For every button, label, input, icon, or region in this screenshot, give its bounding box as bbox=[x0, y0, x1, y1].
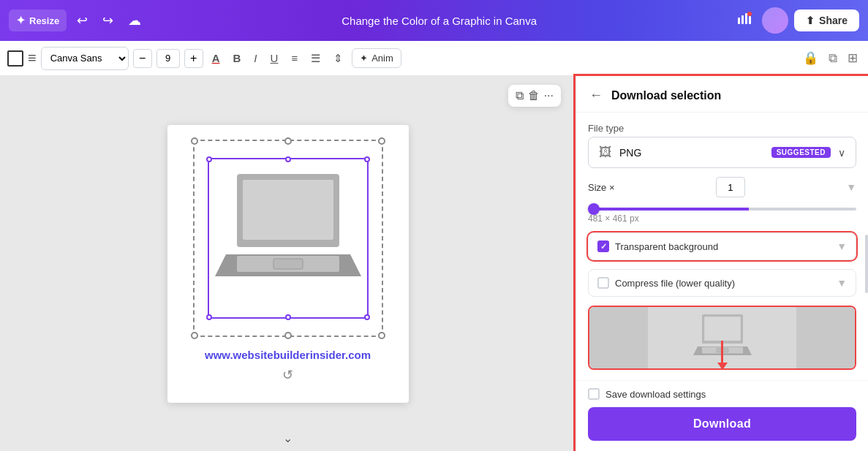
arrow-head bbox=[717, 363, 728, 370]
analytics-icon bbox=[737, 12, 752, 26]
inner-handle-bm[interactable] bbox=[285, 314, 291, 320]
resize-label: Resize bbox=[29, 15, 59, 26]
compress-file-checkbox[interactable] bbox=[597, 277, 609, 289]
menu-button[interactable]: ≡ bbox=[28, 50, 37, 67]
laptop-graphic bbox=[215, 159, 361, 306]
compress-info-icon: ▼ bbox=[837, 277, 847, 289]
red-arrow bbox=[717, 341, 728, 370]
size-section: Size × ▼ 481 × 461 px bbox=[588, 177, 856, 224]
nav-title: Change the Color of a Graphic in Canva bbox=[153, 15, 725, 27]
sparkle-icon: ✦ bbox=[360, 53, 368, 64]
arrow-line bbox=[721, 341, 723, 363]
resize-button[interactable]: ✦ Resize bbox=[9, 10, 67, 31]
preview-area bbox=[588, 306, 856, 370]
italic-button[interactable]: I bbox=[249, 49, 261, 67]
selection-handle-tl[interactable] bbox=[191, 137, 198, 145]
line-height-button[interactable]: ⇕ bbox=[329, 49, 347, 68]
inner-handle-tl[interactable] bbox=[206, 156, 212, 162]
delete-button[interactable]: 🗑 bbox=[528, 89, 540, 102]
file-format-label: PNG bbox=[619, 147, 764, 159]
share-button[interactable]: ⬆ Share bbox=[794, 10, 859, 31]
file-type-label: File type bbox=[588, 123, 856, 134]
image-icon: 🖼 bbox=[599, 145, 612, 160]
side-panel: ← Download selection File type 🖼 PNG SUG… bbox=[575, 76, 868, 451]
save-settings-checkbox[interactable] bbox=[588, 388, 600, 400]
selection-handle-tm[interactable] bbox=[284, 137, 292, 145]
file-type-dropdown[interactable]: 🖼 PNG SUGGESTED ∨ bbox=[588, 137, 856, 168]
size-slider[interactable] bbox=[588, 208, 856, 211]
chevron-down-icon: ∨ bbox=[838, 147, 845, 159]
inner-handle-tm[interactable] bbox=[285, 156, 291, 162]
panel-footer: Save download settings Download bbox=[576, 380, 868, 451]
align-button[interactable]: ≡ bbox=[287, 49, 302, 67]
compress-file-row: Compress file (lower quality) ▼ bbox=[588, 269, 856, 297]
svg-rect-2 bbox=[745, 13, 747, 24]
toolbar-right: 🔒 ⧉ ⊞ bbox=[800, 48, 861, 69]
outer-selection bbox=[193, 140, 383, 337]
add-frame-button[interactable]: ⊞ bbox=[845, 48, 861, 69]
panel-header: ← Download selection bbox=[576, 76, 868, 113]
font-family-select[interactable]: Canva Sans bbox=[41, 47, 129, 70]
selection-handle-tr[interactable] bbox=[378, 137, 385, 145]
avatar bbox=[762, 7, 788, 34]
download-button[interactable]: Download bbox=[588, 407, 856, 441]
nav-left: ✦ Resize ↩ ↪ ☁ bbox=[9, 10, 146, 31]
font-size-decrease-button[interactable]: − bbox=[133, 49, 152, 68]
inner-handle-br[interactable] bbox=[364, 314, 370, 320]
canvas-float-toolbar: ⧉ 🗑 ··· bbox=[508, 85, 561, 107]
canvas-url: www.websitebuilderinsider.com bbox=[205, 349, 371, 361]
font-size-input[interactable] bbox=[156, 49, 180, 68]
analytics-button[interactable] bbox=[733, 9, 756, 33]
transparent-bg-label: Transparent background bbox=[615, 241, 831, 252]
svg-rect-9 bbox=[273, 259, 303, 269]
svg-rect-11 bbox=[704, 317, 741, 341]
save-settings-row: Save download settings bbox=[588, 388, 856, 400]
copy-button[interactable]: ⧉ bbox=[516, 89, 524, 102]
share-icon: ⬆ bbox=[806, 15, 815, 26]
save-settings-label: Save download settings bbox=[605, 389, 706, 400]
selection-handle-br[interactable] bbox=[378, 332, 385, 339]
canvas-expand-icon[interactable]: ⌄ bbox=[283, 431, 293, 445]
anim-label: Anim bbox=[371, 53, 393, 64]
redo-button[interactable]: ↪ bbox=[98, 10, 118, 31]
font-size-increase-button[interactable]: + bbox=[184, 49, 203, 68]
panel-back-button[interactable]: ← bbox=[588, 86, 604, 105]
list-button[interactable]: ☰ bbox=[306, 49, 325, 68]
selection-handle-bm[interactable] bbox=[284, 332, 292, 339]
svg-rect-1 bbox=[741, 15, 744, 24]
nav-right: ⬆ Share bbox=[733, 7, 859, 34]
scroll-indicator bbox=[865, 235, 868, 293]
preview-center bbox=[648, 307, 796, 368]
rotate-icon[interactable]: ↺ bbox=[282, 367, 293, 383]
selection-handle-bl[interactable] bbox=[191, 332, 198, 339]
text-color-swatch[interactable] bbox=[7, 50, 23, 67]
transparent-bg-checkbox[interactable]: ✓ bbox=[597, 240, 609, 252]
svg-rect-0 bbox=[738, 18, 740, 24]
inner-selection bbox=[208, 158, 369, 319]
size-label: Size × bbox=[588, 182, 615, 193]
transparent-info-icon: ▼ bbox=[837, 240, 847, 252]
design-canvas: www.websitebuilderinsider.com ↺ bbox=[167, 125, 409, 403]
size-value-input[interactable] bbox=[716, 177, 745, 197]
svg-point-4 bbox=[747, 12, 752, 16]
lock-button[interactable]: 🔒 bbox=[800, 48, 821, 69]
more-options-button[interactable]: ··· bbox=[544, 89, 554, 102]
wand-icon: ✦ bbox=[16, 14, 26, 27]
inner-handle-tr[interactable] bbox=[364, 156, 370, 162]
animate-button[interactable]: ✦ Anim bbox=[352, 48, 401, 68]
undo-button[interactable]: ↩ bbox=[72, 10, 92, 31]
inner-handle-bl[interactable] bbox=[206, 314, 212, 320]
text-color-button[interactable]: A bbox=[208, 49, 224, 67]
main-area: ⧉ 🗑 ··· bbox=[0, 76, 868, 451]
cloud-save-button[interactable]: ☁ bbox=[124, 10, 146, 31]
underline-button[interactable]: U bbox=[266, 49, 283, 67]
size-lock-icon: ▼ bbox=[846, 181, 856, 193]
bold-button[interactable]: B bbox=[229, 49, 246, 67]
duplicate-button[interactable]: ⧉ bbox=[826, 48, 840, 69]
preview-left bbox=[589, 307, 648, 368]
share-label: Share bbox=[819, 15, 848, 26]
suggested-badge: SUGGESTED bbox=[771, 147, 831, 158]
size-slider-wrap bbox=[588, 200, 856, 213]
panel-title: Download selection bbox=[611, 89, 721, 102]
top-nav: ✦ Resize ↩ ↪ ☁ Change the Color of a Gra… bbox=[0, 0, 868, 41]
